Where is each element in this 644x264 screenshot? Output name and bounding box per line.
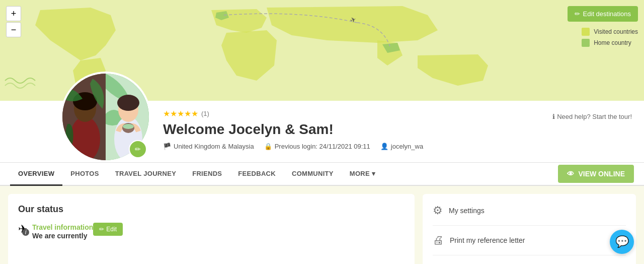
zoom-out-button[interactable]: − — [6, 22, 21, 37]
content-area: Our status ✈ i Travel information ✏ Edit… — [0, 186, 644, 264]
username-meta: 👤 jocelyn_wa — [380, 143, 423, 150]
help-link[interactable]: ℹ Need help? Start the tour! — [552, 113, 632, 120]
profile-info: ★★★★★ (1) Welcome Jocelyn & Sam! 🏴 Unite… — [151, 101, 644, 162]
print-label: Print my reference letter — [450, 236, 525, 244]
tab-overview[interactable]: OVERVIEW — [10, 163, 62, 186]
print-icon: 🖨 — [433, 234, 444, 247]
tab-community[interactable]: COMMUNITY — [284, 163, 342, 186]
edit-small-icon: ✏ — [99, 226, 104, 233]
flag-icon: 🏴 — [163, 143, 171, 150]
zoom-in-button[interactable]: + — [6, 6, 21, 21]
chat-bubble-button[interactable]: 💬 — [610, 230, 634, 254]
help-icon: ℹ — [552, 113, 555, 120]
welcome-title: Welcome Jocelyn & Sam! — [163, 121, 632, 138]
travel-info-content: Travel information ✏ Edit We are current… — [32, 223, 123, 240]
tab-friends[interactable]: FRIENDS — [184, 163, 230, 186]
profile-section: ✏ ★★★★★ (1) Welcome Jocelyn & Sam! 🏴 Uni… — [0, 101, 644, 163]
legend-home-color — [582, 39, 590, 47]
tab-more[interactable]: MORE ▾ — [342, 163, 383, 186]
star-rating: ★★★★★ — [163, 109, 198, 118]
main-panel-title: Our status — [18, 204, 405, 215]
review-count: (1) — [201, 110, 209, 117]
info-circle-icon: i — [22, 229, 29, 236]
tab-photos[interactable]: PHOTOS — [62, 163, 107, 186]
nav-tabs: OVERVIEW PHOTOS TRAVEL JOURNEY FRIENDS F… — [0, 163, 644, 186]
login-meta: 🔒 Previous login: 24/11/2021 09:11 — [264, 143, 370, 150]
map-legend: Visited countries Home country — [582, 28, 638, 47]
print-row[interactable]: 🖨 Print my reference letter — [433, 234, 626, 255]
side-panel: ⚙ My settings 🖨 Print my reference lette… — [423, 194, 636, 264]
edit-destinations-button[interactable]: ✏ Edit destinations — [568, 6, 638, 22]
tab-travel-journey[interactable]: TRAVEL JOURNEY — [107, 163, 184, 186]
travel-edit-button[interactable]: ✏ Edit — [93, 223, 123, 236]
user-icon: 👤 — [380, 143, 388, 150]
legend-home: Home country — [582, 39, 638, 47]
lock-icon: 🔒 — [264, 143, 272, 150]
svg-point-11 — [123, 124, 134, 129]
view-online-button[interactable]: 👁 VIEW ONLINE — [558, 165, 634, 183]
svg-point-3 — [70, 116, 100, 160]
edit-avatar-button[interactable]: ✏ — [129, 140, 147, 158]
meta-row: 🏴 United Kingdom & Malaysia 🔒 Previous l… — [163, 143, 632, 150]
travel-info-link[interactable]: Travel information — [32, 223, 93, 231]
travel-info-row: ✈ i Travel information ✏ Edit We are cur… — [18, 223, 405, 240]
map-controls: + − — [6, 6, 21, 37]
settings-gear-icon: ⚙ — [433, 204, 443, 217]
eye-icon: 👁 — [567, 170, 574, 178]
chat-icon: 💬 — [615, 235, 629, 248]
avatar-left — [62, 74, 106, 160]
avatar-wrapper: ✏ — [60, 72, 151, 162]
legend-visited-color — [582, 28, 590, 36]
main-panel: Our status ✈ i Travel information ✏ Edit… — [8, 194, 415, 264]
edit-icon: ✏ — [575, 10, 580, 18]
settings-label: My settings — [449, 207, 485, 215]
legend-visited: Visited countries — [582, 28, 638, 36]
tab-feedback[interactable]: FEEDBACK — [230, 163, 284, 186]
country-meta: 🏴 United Kingdom & Malaysia — [163, 143, 254, 150]
settings-row[interactable]: ⚙ My settings — [433, 204, 626, 226]
svg-point-9 — [117, 95, 139, 111]
